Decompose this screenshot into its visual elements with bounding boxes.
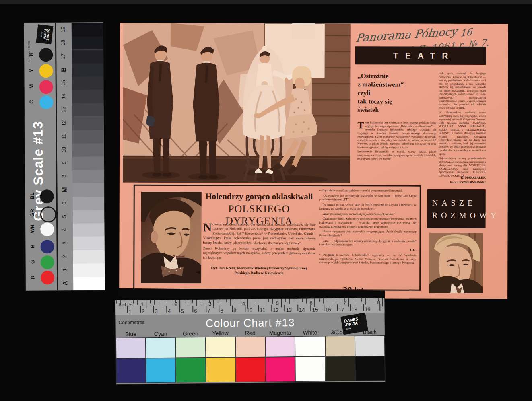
grey-step-9 [72,156,104,171]
title-line: światek [357,105,438,114]
wedge-index-9: 9 [61,157,69,169]
wedge-index-B: B [60,64,68,76]
paragraph: tryb życia, stosunek do drugiego człowie… [439,72,486,110]
solid-patch-cyan [146,358,176,383]
wedge-index-14: 14 [60,90,68,102]
solid-patch-yellow [206,358,235,382]
grey-step-2 [73,250,105,264]
solid-patch-green [176,358,206,382]
wedge-index-M: M [61,184,69,196]
grey-step-10 [72,143,104,157]
paragraph: — W marcu po raz szósty jadę do NRD, pon… [319,203,417,211]
wedge-index-2: 2 [62,251,70,263]
solid-patch-magenta [266,357,295,382]
solid-patch-3-color [326,357,355,381]
theatre-scene-photo [123,23,351,183]
wedge-index-3: 3 [61,237,69,249]
grey-step-14 [72,90,103,104]
grey-step-5 [73,210,104,224]
article1-title: „Ostrożniez małżeństwem“czylitak toczy s… [357,72,438,114]
section-header-teatr: TEATR [355,46,486,65]
article1-photo-credit: Foto.: JÓZEF RYBIŃSKI [401,181,486,185]
title-line: czyli [357,88,438,97]
newspaper-clipping: Panorama Północy 16 22.II. 1961 r. № 7. … [119,23,508,299]
nasze-line: ROZMOWY [431,210,486,220]
wedge-index-1: 1 [62,264,70,276]
tint-patch-cyan [146,338,175,358]
solid-patch-blue [116,358,146,383]
grey-step-A [73,276,105,290]
wedge-index-10: 10 [61,144,69,156]
grey-step-15 [72,76,103,90]
tint-patch-green [176,337,205,358]
paragraph: — Praca dyrygenta jest niezwykle wyczerp… [319,230,417,238]
wedge-index-A: A [62,277,70,289]
colour-patches-grid [115,298,385,384]
actress-bride [242,46,295,174]
section-header-nasze-rozmowy: NASZE ROZMOWY [427,189,486,228]
grey-step-6 [73,196,104,210]
colour-chart-card: Inches Centimetres Colour Chart #13 DANE… [115,298,385,384]
wedge-index-5: 5 [61,210,69,222]
grey-step-17 [72,49,103,64]
wedge-index-19: 19 [60,23,68,35]
paragraph: W białostockim wydaniu sceny kameralnej … [439,111,486,156]
article2-column-b: trafią trafnie ocenić prawdziwe wartości… [319,189,417,287]
wedge-index-17: 17 [60,50,68,62]
tint-patch-blue [116,338,146,358]
caption-marker-triangle: ◄ [196,269,200,275]
grey-step-M [72,183,104,197]
paragraph: Zimni Holendrzy są bardzo muzykalni, a m… [203,246,315,260]
tint-patch-white [295,336,325,356]
wedge-index-4: 4 [61,224,69,236]
actor-man-1 [146,45,173,177]
grey-step-4 [73,223,104,237]
wedge-index-13: 13 [60,103,68,115]
bentwood-chair [244,115,285,182]
paragraph: Bohaterowie Roksandića to zwykli, szarzy… [357,150,436,161]
solid-patch-white [296,357,325,381]
title-line: „Ostrożnie [358,72,438,80]
grey-step-19 [72,23,103,37]
paragraph: L.G. [319,248,416,252]
solid-patch-red [236,358,265,382]
wedge-index-11: 11 [61,130,69,142]
paragraph: — Jazz — odpowiada bez żenady znakomity … [319,239,416,247]
wedge-index-6: 6 [61,197,69,209]
scan-background: Part Code ST12/96 DANES PICTA .COM Grey … [0,0,532,401]
title-line: tak toczy się [357,97,438,106]
jan-krenz-portrait [141,192,202,283]
grey-step-1 [73,263,105,277]
article2-photo-caption: Dyr. Jan Krenz, kierownik Wielkiej Orkie… [203,265,315,276]
wedge-index-15: 15 [60,77,68,89]
grey-step-wedge: A123456M89101112131415B171819 [24,22,105,290]
article1-byline: K. MARSZAŁEK [401,176,486,180]
actor-man-2 [193,47,220,179]
actress-seated-woman [254,66,317,175]
grey-step-13 [72,103,103,117]
grey-step-11 [72,130,104,144]
paragraph: * Program koncertów holenderskich wypełn… [319,252,416,265]
tint-patch-black [355,336,385,356]
tint-patch-3-color [325,336,355,356]
grey-scale-card: Part Code ST12/96 DANES PICTA .COM Grey … [24,22,105,290]
grey-step-B [72,63,103,77]
solid-patch-black [355,356,385,381]
tint-patch-yellow [206,337,235,357]
wedge-index-18: 18 [60,37,68,49]
paragraph: trafią trafnie ocenić prawdziwe wartości… [319,189,417,193]
paragraph: Nowym sukcesem naszego dyrygenta, Jana K… [203,222,315,245]
paragraph: — Znakomite drogi. Kilometry doskonale u… [319,217,417,229]
article2-headline-top: Holendrzy gorąco oklaskiwali [203,191,315,202]
wedge-index-12: 12 [60,117,68,129]
article1-column-2: tryb życia, stosunek do drugiego człowie… [439,72,486,177]
paragraph: Najmocniejszą stroną przedstawienia jest… [439,157,486,178]
interviewee-portrait [429,233,483,293]
grey-step-12 [72,116,103,130]
nasze-line: NASZE [431,198,486,207]
grey-step-8 [72,170,104,184]
handwritten-page-number: 16 [460,26,472,39]
grey-step-18 [72,36,103,50]
tint-patch-magenta [266,337,295,357]
grey-step-3 [73,236,104,251]
